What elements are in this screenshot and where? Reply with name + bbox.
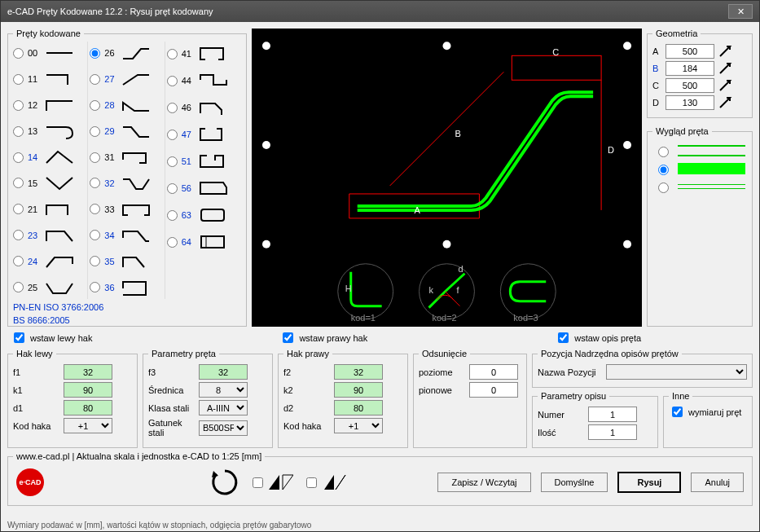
- shape-glyph-21: [45, 200, 74, 218]
- geom-label-C: C: [652, 81, 662, 90]
- shape-glyph-15: [45, 174, 74, 192]
- mirror-v-icon: [323, 473, 347, 491]
- geom-pick-A[interactable]: [718, 44, 734, 59]
- shape-option-36[interactable]: 36: [90, 275, 162, 299]
- shape-option-26[interactable]: 26: [90, 42, 162, 65]
- shape-glyph-32: [121, 174, 151, 192]
- f1-input[interactable]: [64, 364, 112, 380]
- f3-input[interactable]: [199, 364, 248, 380]
- draw-button[interactable]: Rysuj: [617, 472, 681, 493]
- check-desc[interactable]: [558, 332, 569, 343]
- shape-option-23[interactable]: 23: [13, 223, 86, 247]
- shape-option-15[interactable]: 15: [13, 172, 86, 196]
- shape-option-28[interactable]: 28: [90, 94, 162, 117]
- shape-glyph-00: [45, 44, 74, 62]
- iso-standard-2: BS 8666:2005: [13, 315, 241, 325]
- shape-option-34[interactable]: 34: [90, 223, 162, 247]
- shape-glyph-44: [199, 72, 228, 90]
- iso-standard-1: PN-EN ISO 3766:2006: [13, 302, 241, 312]
- ilosc-input[interactable]: [588, 424, 637, 440]
- kodhaka1-select[interactable]: +1: [64, 418, 112, 433]
- svg-text:D: D: [608, 145, 614, 155]
- poziome-input[interactable]: [469, 364, 518, 380]
- geom-pick-C[interactable]: [718, 78, 734, 93]
- svg-point-9: [262, 240, 270, 248]
- shape-glyph-63: [199, 206, 228, 224]
- shape-option-27[interactable]: 27: [90, 68, 162, 91]
- reload-icon[interactable]: [210, 468, 239, 497]
- appearance-opt-1[interactable]: [658, 147, 669, 157]
- shape-option-29[interactable]: 29: [90, 120, 162, 143]
- kodhaka2-select[interactable]: +1: [334, 418, 383, 433]
- shape-option-44[interactable]: 44: [167, 68, 239, 93]
- shape-glyph-28: [121, 96, 151, 114]
- d2-input[interactable]: [334, 400, 383, 415]
- gatunek-select[interactable]: B500SP: [199, 420, 248, 436]
- appearance-opt-2[interactable]: [658, 165, 669, 175]
- save-load-button[interactable]: Zapisz / Wczytaj: [437, 473, 530, 492]
- mirror-v-check[interactable]: [306, 477, 317, 488]
- shape-glyph-34: [121, 226, 151, 244]
- shape-option-13[interactable]: 13: [13, 120, 86, 143]
- wymiaruj-check[interactable]: [672, 407, 683, 417]
- footer-hint: Wymiary podawać w [mm], wartości kątów w…: [1, 519, 759, 531]
- shape-option-14[interactable]: 14: [13, 146, 86, 169]
- f2-input[interactable]: [334, 364, 383, 380]
- klasa-select[interactable]: A-IIIN: [199, 400, 248, 415]
- window-title: e-CAD Pręty Kodowane 12.2 : Rysuj pręt k…: [7, 7, 213, 16]
- shape-option-24[interactable]: 24: [13, 249, 86, 273]
- shape-option-31[interactable]: 31: [90, 146, 162, 169]
- numer-input[interactable]: [588, 407, 637, 422]
- shapes-legend: Pręty kodowane: [13, 29, 84, 38]
- svg-point-11: [623, 240, 631, 248]
- shape-option-00[interactable]: 00: [13, 42, 86, 65]
- svg-point-4: [262, 42, 270, 50]
- shape-option-11[interactable]: 11: [13, 68, 86, 91]
- d1-input[interactable]: [64, 400, 112, 415]
- scale-text: www.e-cad.pl | Aktualna skala i jednostk…: [13, 451, 265, 461]
- shape-option-51[interactable]: 51: [167, 149, 239, 174]
- shape-glyph-51: [199, 152, 228, 170]
- geom-input-D[interactable]: [666, 95, 714, 110]
- geom-input-C[interactable]: [666, 78, 714, 93]
- svg-line-18: [390, 72, 504, 186]
- shape-glyph-14: [45, 148, 74, 166]
- srednica-select[interactable]: 8: [199, 382, 248, 398]
- k2-input[interactable]: [334, 382, 383, 398]
- close-button[interactable]: ✕: [728, 4, 753, 19]
- geom-pick-B[interactable]: [718, 61, 734, 76]
- geom-input-B[interactable]: [666, 61, 714, 76]
- default-button[interactable]: Domyślne: [541, 473, 608, 492]
- nazwa-select[interactable]: [606, 364, 747, 380]
- shapes-fieldset: Pręty kodowane 0011121314152123242526272…: [7, 29, 247, 327]
- shape-option-33[interactable]: 33: [90, 197, 162, 221]
- svg-text:C: C: [552, 47, 559, 57]
- svg-rect-2: [201, 236, 224, 248]
- shape-option-32[interactable]: 32: [90, 172, 162, 196]
- shape-option-41[interactable]: 41: [167, 42, 239, 66]
- check-left-hook[interactable]: [14, 332, 24, 343]
- k1-input[interactable]: [64, 382, 112, 398]
- shape-option-21[interactable]: 21: [13, 197, 86, 221]
- svg-rect-1: [201, 209, 224, 221]
- geom-pick-D[interactable]: [718, 95, 734, 110]
- shape-option-56[interactable]: 56: [167, 176, 239, 200]
- geom-input-A[interactable]: [666, 44, 714, 59]
- shape-option-64[interactable]: 64: [167, 230, 239, 254]
- shape-glyph-12: [45, 96, 74, 114]
- cancel-button[interactable]: Anuluj: [691, 473, 744, 492]
- shape-glyph-36: [121, 279, 151, 297]
- svg-text:d: d: [458, 264, 463, 274]
- pionowe-input[interactable]: [469, 382, 518, 398]
- shape-option-63[interactable]: 63: [167, 203, 239, 227]
- shape-option-47[interactable]: 47: [167, 122, 239, 147]
- shape-option-25[interactable]: 25: [13, 275, 86, 299]
- appearance-opt-3[interactable]: [658, 182, 669, 193]
- shape-option-12[interactable]: 12: [13, 94, 86, 117]
- check-right-hook[interactable]: [283, 332, 293, 343]
- mirror-h-check[interactable]: [253, 477, 263, 488]
- svg-point-32: [500, 264, 556, 319]
- svg-point-7: [262, 141, 270, 149]
- shape-option-35[interactable]: 35: [90, 249, 162, 273]
- shape-option-46[interactable]: 46: [167, 95, 239, 120]
